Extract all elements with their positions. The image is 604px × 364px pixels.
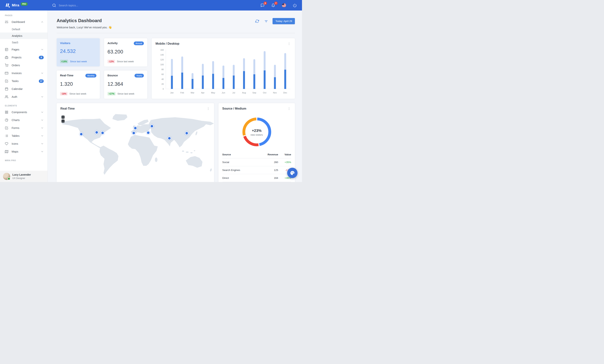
- sidebar-item-pages[interactable]: Pages: [0, 46, 48, 53]
- map-marker[interactable]: [131, 131, 136, 135]
- world-map[interactable]: + –: [57, 111, 214, 182]
- map-marker[interactable]: [94, 130, 99, 135]
- stat-period-badge[interactable]: Monthly: [85, 74, 96, 77]
- svg-text:120: 120: [160, 59, 164, 61]
- sidebar-subitem-saas[interactable]: SaaS: [0, 39, 48, 46]
- map-card-title: Real-Time: [60, 107, 75, 110]
- svg-text:Oct: Oct: [263, 92, 266, 94]
- sidebar-item-auth[interactable]: Auth: [0, 93, 48, 101]
- sidebar-item-forms[interactable]: Forms: [0, 124, 48, 132]
- chart-card-menu-button[interactable]: [287, 42, 291, 46]
- map-zoom-out-button[interactable]: –: [62, 120, 64, 123]
- messages-count-badge: 3: [264, 1, 267, 5]
- svg-text:Jul: Jul: [232, 92, 235, 94]
- briefcase-icon: [5, 56, 8, 59]
- sidebar-item-orders[interactable]: Orders: [0, 61, 48, 69]
- sidebar-subitem-default[interactable]: Default: [0, 26, 48, 32]
- stat-period-badge[interactable]: Yearly: [135, 74, 144, 77]
- stat-title: Activity: [107, 41, 118, 45]
- map-marker[interactable]: [184, 131, 189, 136]
- navbar-actions: 3 7: [260, 2, 298, 8]
- stat-caption: Since last week: [117, 92, 134, 95]
- stat-value: 24.532: [60, 48, 96, 54]
- sidebar-item-icons[interactable]: Icons: [0, 140, 48, 148]
- svg-text:Apr: Apr: [201, 92, 204, 94]
- sidebar-item-charts[interactable]: Charts: [0, 116, 48, 124]
- chevron-down-icon: [41, 48, 44, 51]
- credit-card-icon: [5, 72, 8, 75]
- sign-out-button[interactable]: [292, 3, 298, 8]
- map-marker[interactable]: [79, 132, 84, 136]
- map-zoom-in-button[interactable]: +: [62, 116, 64, 119]
- stat-title: Bounce: [107, 74, 118, 77]
- source-table: SourceRevenueValue Social 260 +35% Searc…: [222, 151, 291, 182]
- stat-caption: Since last week: [69, 92, 86, 95]
- sidebar-item-components[interactable]: Components: [0, 108, 48, 116]
- refresh-button[interactable]: [254, 19, 260, 24]
- svg-text:0: 0: [163, 88, 164, 90]
- stat-card-real-time: Real-Time Monthly 1.320 -18% Since last …: [57, 71, 100, 99]
- table-row[interactable]: Direct 164 +46%: [222, 174, 291, 182]
- svg-text:Jan: Jan: [170, 92, 174, 94]
- sidebar-item-calendar[interactable]: Calendar: [0, 85, 48, 93]
- sidebar-user[interactable]: Lucy Lavender UX Designer: [0, 171, 48, 182]
- chevron-down-icon: [41, 150, 44, 153]
- map-marker[interactable]: [146, 130, 151, 135]
- map-card-menu-button[interactable]: [206, 107, 210, 111]
- brand[interactable]: Mira PRO: [4, 2, 48, 8]
- sidebar-item-invoices[interactable]: Invoices: [0, 69, 48, 77]
- table-row[interactable]: Search Engines 125 -12%: [222, 166, 291, 174]
- sliders-icon: [5, 20, 8, 24]
- us-flag-icon: [282, 3, 286, 7]
- header-actions: Today: April 29: [254, 18, 295, 24]
- svg-text:40: 40: [162, 78, 164, 80]
- mobile-desktop-bar-chart: 020406080100120140160JanFebMarAprMayJunJ…: [152, 47, 295, 96]
- sidebar-item-maps[interactable]: Maps: [0, 148, 48, 156]
- svg-text:Mar: Mar: [190, 92, 194, 94]
- svg-text:May: May: [211, 92, 215, 94]
- stat-change-chip: +14%: [60, 60, 68, 63]
- map-marker[interactable]: [100, 130, 105, 135]
- sidebar-item-tables[interactable]: Tables: [0, 132, 48, 140]
- messages-button[interactable]: 3: [260, 3, 265, 8]
- search-input[interactable]: [58, 4, 103, 7]
- notifications-count-badge: 7: [274, 1, 278, 5]
- stat-title: Visitors: [60, 41, 70, 45]
- sidebar-item-dashboard[interactable]: Dashboard: [0, 18, 48, 26]
- sidebar-item-projects[interactable]: Projects8: [0, 53, 48, 61]
- filter-button[interactable]: [264, 19, 269, 24]
- brand-name: Mira: [12, 3, 19, 7]
- stat-card-bounce: Bounce Yearly 12.364 +27% Since last wee…: [104, 71, 147, 99]
- table-header: Value: [278, 151, 291, 158]
- table-header: Source: [222, 151, 257, 158]
- map-marker[interactable]: [150, 124, 154, 128]
- sidebar-subitem-analytics[interactable]: Analytics: [0, 32, 48, 39]
- sidebar-section-label: PAGES: [0, 11, 48, 18]
- chevron-down-icon: [41, 134, 44, 137]
- more-vertical-icon: [287, 107, 291, 110]
- stat-period-badge[interactable]: Annual: [134, 41, 144, 45]
- chevron-down-icon: [41, 126, 44, 129]
- source-medium-donut: +23% new visitors: [239, 114, 275, 151]
- table-row[interactable]: Social 260 +35%: [222, 158, 291, 166]
- grid-icon: [5, 111, 8, 114]
- map-marker[interactable]: [167, 136, 172, 140]
- theme-settings-fab[interactable]: [287, 168, 298, 178]
- chevron-down-icon: [41, 95, 44, 98]
- stat-title: Real-Time: [60, 74, 73, 77]
- sidebar-item-tasks[interactable]: Tasks17: [0, 77, 48, 85]
- heart-icon: [5, 142, 8, 145]
- stat-card-visitors: Visitors 24.532 +14% Since last week: [57, 38, 100, 66]
- chart-card-title: Mobile / Desktop: [155, 42, 179, 45]
- page-header: Analytics Dashboard Welcome back, Lucy! …: [57, 18, 295, 29]
- language-button[interactable]: [281, 2, 287, 8]
- sidebar-section-label: ELEMENTS: [0, 101, 48, 108]
- stat-card-activity: Activity Annual 63.200 -12% Since last w…: [104, 38, 147, 66]
- source-card-menu-button[interactable]: [287, 107, 291, 111]
- map-marker[interactable]: [133, 126, 138, 130]
- date-range-button[interactable]: Today: April 29: [273, 18, 295, 24]
- svg-text:Aug: Aug: [242, 92, 246, 94]
- svg-text:Feb: Feb: [180, 92, 184, 94]
- notifications-button[interactable]: 7: [270, 3, 276, 8]
- chevron-down-icon: [41, 119, 44, 122]
